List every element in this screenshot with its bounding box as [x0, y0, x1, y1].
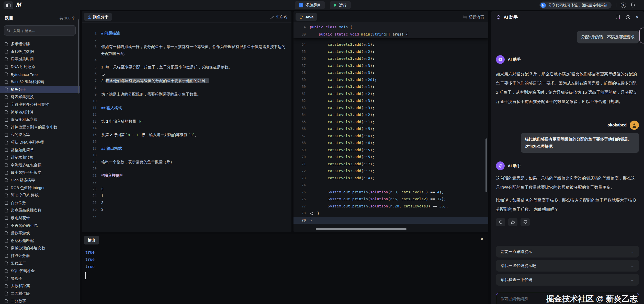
markdown-line[interactable]: 5 1. 每一只猫至少要分配一斤鱼干，鱼干分配最小单位是斤，必须保证是整数。	[82, 64, 291, 71]
promo-banner[interactable]: 分享代码练习体验，领限量定制周边	[539, 2, 612, 9]
code-line[interactable]: 65 catsLevels3.add(e:1);	[293, 119, 488, 126]
code-line[interactable]: 79 }	[293, 217, 488, 224]
language-tab[interactable]: Java	[296, 13, 317, 21]
markdown-line[interactable]: 7 2. 猫比他们邻居有更高等级值的分配的鱼干要多于他们的邻居。	[82, 77, 291, 84]
markdown-line[interactable]: 10	[82, 98, 291, 104]
problem-list-item[interactable]: 和的逆运算	[0, 131, 80, 139]
search-input[interactable]	[13, 28, 73, 33]
ai-panel-close-icon[interactable]: ✕	[636, 15, 639, 20]
markdown-line[interactable]: 4	[82, 57, 291, 64]
code-editor[interactable]: 4 public class Main { 39 public static v…	[293, 23, 488, 232]
problem-list-item[interactable]: 百分位数	[0, 199, 80, 207]
code-line[interactable]: 75 System.out.println(solution(n:3, cats…	[293, 189, 488, 196]
markdown-line[interactable]: 21 **输入样例**	[82, 172, 291, 179]
problem-list-item[interactable]: 阿 D 的飞行路线	[0, 192, 80, 199]
markdown-line[interactable]: 8	[82, 84, 291, 91]
output-close-icon[interactable]: ✕	[480, 237, 484, 242]
code-line[interactable]: 77 System.out.println(solution(n:20, cat…	[293, 203, 488, 210]
markdown-line[interactable]: 1 # 问题描述	[82, 30, 291, 37]
problem-list-item[interactable]: 大数和距离	[0, 282, 80, 290]
notifications-bell-icon[interactable]	[630, 2, 635, 8]
markdown-line[interactable]: 18	[82, 152, 291, 159]
code-line[interactable]: 54 catsLevels3.add(e:1);	[293, 41, 488, 48]
markdown-line[interactable]: 2	[82, 37, 291, 44]
markdown-line[interactable]: 23 3	[82, 186, 291, 193]
markdown-line[interactable]: 15 从第 2 行到第 `N + 1` 行，输入每一只猫的等级值 `D`。	[82, 132, 291, 138]
markdown-line[interactable]: 9 为了满足上边的分配规则，需要得到需要的最少鱼干数量。	[82, 91, 291, 98]
problem-list-item[interactable]: Bytedance Tree	[0, 71, 80, 78]
thumbs-down-button[interactable]	[521, 218, 530, 226]
search-box[interactable]	[4, 25, 76, 36]
code-line[interactable]: 63 catsLevels3.add(e:3);	[293, 104, 488, 112]
output-tab[interactable]: 输出	[84, 236, 99, 244]
problem-list-item[interactable]: 叠盘子	[0, 275, 80, 282]
code-line[interactable]: 62 catsLevels3.add(e:3);	[293, 97, 488, 104]
markdown-line[interactable]: 25 2	[82, 199, 291, 206]
problem-list-item[interactable]: 病毒感染时间	[0, 55, 80, 63]
code-line[interactable]: 55 catsLevels3.add(e:2);	[293, 48, 488, 55]
code-line[interactable]: 73 catsLevels3.add(e:4);	[293, 175, 488, 182]
problem-list-item[interactable]: 不再贪心的小包	[0, 222, 80, 229]
editor-vertical-scrollbar[interactable]	[485, 138, 487, 192]
problem-list-item[interactable]: 最小替换子串长度	[0, 169, 80, 177]
problem-list-item[interactable]: 猫鱼分干	[0, 86, 80, 93]
problem-list-item[interactable]: RGB 色值转 Integer	[0, 184, 80, 192]
code-line[interactable]: 78 }	[293, 210, 488, 217]
markdown-line[interactable]: 26 2	[82, 206, 291, 213]
code-line[interactable]: 71 catsLevels3.add(e:7);	[293, 161, 488, 168]
code-line[interactable]: 61 catsLevels3.add(e:2);	[293, 90, 488, 98]
code-line[interactable]: 67 catsLevels3.add(e:6);	[293, 133, 488, 140]
problem-list-item[interactable]: 二叉树供暖	[0, 290, 80, 298]
thumbs-up-button[interactable]	[508, 218, 517, 226]
code-line[interactable]: 64 catsLevels3.add(e:2);	[293, 111, 488, 119]
problem-list-item[interactable]: 环状 DNA 序列整理	[0, 139, 80, 146]
code-line[interactable]: 74	[293, 182, 488, 189]
markdown-line[interactable]: 19 输出一个整数，表示需要的鱼干数量（斤）	[82, 159, 291, 166]
app-logo[interactable]: M	[16, 1, 21, 8]
markdown-line[interactable]: 24 1	[82, 192, 291, 199]
code-line[interactable]: 57 catsLevels3.add(e:3);	[293, 62, 488, 69]
problem-list-item[interactable]: 查找热点数据	[0, 48, 80, 56]
ai-input-box[interactable]: 你可以问我问题 掘金技术社区 @ 薪炎乙志	[496, 293, 639, 304]
markdown-line[interactable]: 12	[82, 111, 291, 118]
problem-list-item[interactable]: 穿越沙漠的补给次数	[0, 244, 80, 252]
editor-horizontal-scrollbar[interactable]	[316, 228, 406, 230]
problem-list-item[interactable]: 猜数字游戏	[0, 229, 80, 237]
problem-list-item[interactable]: 链表聚集交换	[0, 93, 80, 101]
new-chat-icon[interactable]	[615, 15, 620, 19]
problem-list-item[interactable]: 字符串有多少种可能性	[0, 101, 80, 109]
run-button[interactable]: 运行	[330, 1, 351, 9]
edge-floating-widget[interactable]	[639, 28, 644, 43]
problem-list-item[interactable]: 简单四则计算	[0, 108, 80, 116]
markdown-line[interactable]: 13 第 1 行输入猫的数量 `N`	[82, 118, 291, 125]
markdown-line[interactable]: 20	[82, 165, 291, 172]
markdown-line[interactable]: 16	[82, 138, 291, 145]
sticky-code-line[interactable]: 4 public class Main {	[293, 24, 488, 31]
suggestion-chip[interactable]: 给我一些代码提示吧 →	[496, 260, 639, 272]
regenerate-button[interactable]	[496, 218, 505, 226]
problem-list-item[interactable]: 计算位置 x 到 y 的最少步数	[0, 124, 80, 131]
markdown-line[interactable]: 17 ## 输出格式	[82, 145, 291, 152]
code-line[interactable]: 70 catsLevels3.add(e:5);	[293, 154, 488, 161]
problem-list-item[interactable]: Base32 编码和解码	[0, 78, 80, 86]
code-line[interactable]: 68 catsLevels3.add(e:6);	[293, 139, 488, 147]
code-line[interactable]: 60 catsLevels3.add(e:1);	[293, 83, 488, 90]
problem-tab[interactable]: 猫鱼分干	[84, 13, 112, 21]
problem-list-item[interactable]: 二分数字	[0, 297, 80, 304]
problem-list-item[interactable]: 创意标题匹配	[0, 237, 80, 244]
problem-list-item[interactable]: 比赛最高获胜次数	[0, 207, 80, 214]
code-line[interactable]: 69 catsLevels3.add(e:5);	[293, 147, 488, 154]
sidebar-toggle-button[interactable]	[4, 2, 13, 9]
problem-list-item[interactable]: 蛋糕工厂	[0, 260, 80, 267]
add-problem-button[interactable]: + 添加题目	[295, 1, 325, 9]
markdown-line[interactable]: 22	[82, 179, 291, 186]
code-line[interactable]: 58 catsLevels3.add(e:3);	[293, 69, 488, 76]
problem-markdown-editor[interactable]: 1 # 问题描述 2 3 假如有一群猫排成一行，要分配鱼干，每一只猫都有一个等级…	[82, 23, 291, 219]
problem-list-item[interactable]: 青海湖租车之旅	[0, 116, 80, 124]
problem-list-item[interactable]: Cion 勒索病毒	[0, 177, 80, 184]
problem-list-item[interactable]: 多米诺骨牌	[0, 40, 80, 48]
suggestion-chip[interactable]: 帮我检查一下代码 →	[496, 274, 639, 286]
problem-list-item[interactable]: 暴雨梨花针	[0, 214, 80, 222]
suggestion-chip[interactable]: 需要一点思路提示 →	[496, 246, 639, 258]
sticky-code-line[interactable]: 39 public static void main(String[] args…	[293, 31, 488, 38]
